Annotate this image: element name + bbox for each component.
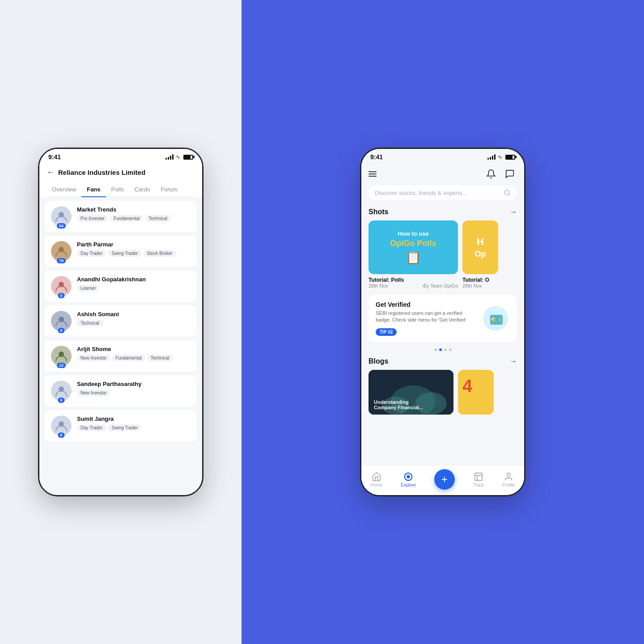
tip-title: Get Verified bbox=[376, 301, 476, 308]
left-status-bar: 9:41 ∿ bbox=[39, 149, 202, 162]
blogs-arrow-button[interactable]: → bbox=[510, 357, 517, 365]
fan-count-3: 0 bbox=[58, 293, 64, 298]
chat-button[interactable] bbox=[503, 167, 517, 181]
nav-profile[interactable]: Profile bbox=[502, 472, 515, 487]
shots-arrow-button[interactable]: → bbox=[510, 208, 517, 216]
fan-tag: Swing Trader bbox=[108, 424, 141, 431]
shots-title: Shots bbox=[369, 208, 388, 216]
fan-card-5[interactable]: 12 Arijit Shome New Investor Fundamental… bbox=[45, 340, 197, 372]
fan-avatar-wrap-3: 0 bbox=[51, 276, 72, 297]
fan-name-7: Sumit Jangra bbox=[77, 415, 191, 422]
fan-tag: Pro Investor bbox=[77, 215, 108, 222]
fan-tag: Fundamental bbox=[110, 215, 143, 222]
fan-count-5: 12 bbox=[57, 363, 66, 368]
home-icon bbox=[372, 472, 381, 482]
fan-tags-1: Pro Investor Fundamental Technical bbox=[77, 215, 191, 222]
back-button[interactable]: ← bbox=[47, 168, 55, 177]
hamburger-button[interactable] bbox=[369, 171, 377, 177]
svg-rect-19 bbox=[475, 473, 483, 480]
search-bar[interactable]: Discover stocks, friends & experts... bbox=[369, 186, 517, 200]
left-screen: 9:41 ∿ ← Rel bbox=[39, 149, 202, 495]
nav-explore[interactable]: Explore bbox=[401, 472, 416, 487]
left-phone: 9:41 ∿ ← Rel bbox=[38, 148, 203, 496]
header-right-icons bbox=[484, 167, 517, 181]
nav-explore-label: Explore bbox=[401, 483, 416, 487]
fan-count-6: 0 bbox=[58, 398, 64, 403]
shot-bg-1: How to use OpiGo Polls 📋 bbox=[369, 220, 458, 274]
search-icon bbox=[504, 189, 511, 196]
explore-content: Shots → How to use OpiGo Polls 📋 bbox=[361, 203, 524, 465]
wifi-icon: ∿ bbox=[176, 154, 180, 160]
hamburger-line bbox=[369, 176, 377, 177]
add-button[interactable]: + bbox=[434, 469, 455, 490]
blog-illustration-2: 4 bbox=[458, 370, 494, 415]
fan-tag: Technical bbox=[77, 320, 103, 326]
fan-count-2: 79 bbox=[57, 258, 66, 263]
fan-card-7[interactable]: 0 Sumit Jangra Day Trader Swing Trader bbox=[45, 410, 197, 441]
fan-count-1: 54 bbox=[57, 223, 66, 229]
right-status-bar: 9:41 ∿ bbox=[361, 149, 524, 162]
fan-avatar-wrap-1: 54 bbox=[51, 206, 72, 227]
explore-icon bbox=[403, 472, 413, 482]
fan-avatar-wrap-4: 0 bbox=[51, 311, 72, 331]
fan-count-7: 0 bbox=[58, 432, 64, 438]
fan-card-4[interactable]: 0 Ashish Somani Technical bbox=[45, 305, 197, 337]
fan-tag: Learner bbox=[77, 285, 99, 292]
fan-card-6[interactable]: 0 Sandeep Parthasarathy New Investor bbox=[45, 375, 197, 407]
fan-avatar-wrap-7: 0 bbox=[51, 415, 72, 436]
svg-point-20 bbox=[507, 473, 510, 476]
fan-name-2: Parth Parmar bbox=[77, 241, 191, 248]
track-icon bbox=[474, 472, 483, 482]
signal-icon bbox=[165, 154, 174, 160]
nav-home[interactable]: Home bbox=[370, 472, 382, 487]
profile-icon bbox=[504, 472, 513, 482]
right-panel: 9:41 ∿ bbox=[242, 0, 644, 644]
tab-cards[interactable]: Cards bbox=[129, 182, 156, 197]
fan-card-1[interactable]: 54 Market Trends Pro Investor Fundamenta… bbox=[45, 201, 197, 232]
bell-button[interactable] bbox=[484, 167, 498, 181]
fan-tags-2: Day Trader Swing Trader Stock Broker bbox=[77, 250, 191, 257]
nav-track[interactable]: Track bbox=[473, 472, 484, 487]
shot-date-1: 28th Nov bbox=[369, 283, 388, 288]
fan-tag: Day Trader bbox=[77, 424, 106, 431]
fan-tags-3: Learner bbox=[77, 285, 191, 292]
hamburger-line bbox=[369, 171, 377, 172]
blogs-section-header: Blogs → bbox=[369, 357, 517, 365]
tip-dots bbox=[369, 348, 517, 351]
shot-bg-2: H Op bbox=[462, 220, 498, 274]
fan-info-1: Market Trends Pro Investor Fundamental T… bbox=[77, 206, 191, 222]
blog-card-text-1: UnderstandingCompany Financial... bbox=[374, 399, 423, 410]
tab-polls[interactable]: Polls bbox=[106, 182, 129, 197]
fan-tag: Technical bbox=[145, 215, 171, 222]
fan-avatar-wrap-5: 12 bbox=[51, 346, 72, 366]
shot-meta-2: 28th Nov bbox=[462, 283, 517, 288]
fan-avatar-wrap-6: 0 bbox=[51, 381, 72, 401]
tab-overview[interactable]: Overview bbox=[47, 182, 81, 197]
fan-card-3[interactable]: 0 Anandhi Gopalakrishnan Learner bbox=[45, 271, 197, 302]
tab-fans[interactable]: Fans bbox=[81, 182, 106, 197]
shot-card-1[interactable]: How to use OpiGo Polls 📋 Tutorial: Polls… bbox=[369, 220, 458, 288]
fan-info-2: Parth Parmar Day Trader Swing Trader Sto… bbox=[77, 241, 191, 257]
right-phone: 9:41 ∿ bbox=[360, 148, 525, 496]
shot-title-line2: OpiGo Polls bbox=[390, 239, 436, 248]
shot-title-line1: How to use bbox=[398, 230, 428, 237]
shot-author-1: -By Team OpiGo bbox=[422, 283, 458, 288]
tip-illustration bbox=[481, 304, 510, 333]
tip-dot-4 bbox=[449, 348, 452, 351]
blogs-row: UnderstandingCompany Financial... 4 bbox=[369, 370, 517, 415]
fan-info-6: Sandeep Parthasarathy New Investor bbox=[77, 381, 191, 396]
tab-forum[interactable]: Forum bbox=[155, 182, 183, 197]
battery-icon bbox=[183, 155, 193, 160]
fan-info-3: Anandhi Gopalakrishnan Learner bbox=[77, 276, 191, 292]
blog-card-1[interactable]: UnderstandingCompany Financial... bbox=[369, 370, 453, 415]
blog-card-2[interactable]: 4 bbox=[458, 370, 494, 415]
left-time: 9:41 bbox=[48, 153, 61, 161]
shot-label-2: Tutorial: O bbox=[462, 277, 517, 283]
fan-card-2[interactable]: 79 Parth Parmar Day Trader Swing Trader … bbox=[45, 236, 197, 267]
shot-card-2[interactable]: H Op Tutorial: O 28th Nov bbox=[462, 220, 517, 288]
tip-text-area: Get Verified SEBI registered users can g… bbox=[376, 301, 476, 336]
fan-name-4: Ashish Somani bbox=[77, 311, 191, 318]
shots-section-header: Shots → bbox=[369, 208, 517, 216]
left-status-icons: ∿ bbox=[165, 154, 193, 160]
shot-date-2: 28th Nov bbox=[462, 283, 482, 288]
